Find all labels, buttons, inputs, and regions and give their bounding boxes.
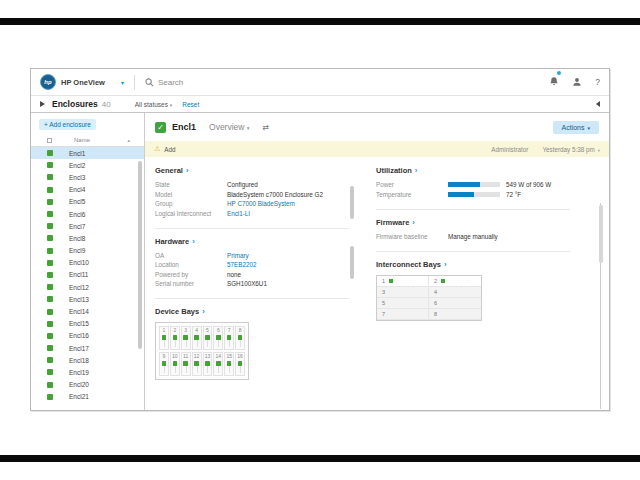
reset-link[interactable]: Reset (182, 101, 199, 108)
device-bay[interactable]: 2 (170, 326, 180, 350)
hardware-section: Hardware› OA Primary Location 57EB2202 (155, 228, 349, 288)
list-item[interactable]: Encl8 (31, 232, 144, 244)
list-item[interactable]: Encl1 (31, 147, 144, 159)
section-arrow-icon: › (415, 166, 418, 175)
activity-banner[interactable]: ⚠ Add Administrator Yesterday 5:38 pm▾ (145, 141, 609, 157)
chevron-down-icon[interactable]: ▾ (121, 79, 124, 86)
list-item[interactable]: Encl9 (31, 245, 144, 257)
bay-status-ok-icon (238, 361, 243, 366)
bay-number: 4 (434, 289, 437, 295)
main-scrollbar[interactable] (600, 203, 601, 409)
sidebar-scrollbar[interactable] (138, 161, 142, 349)
page-title: Enclosures (52, 99, 98, 109)
device-bay[interactable]: 7 (224, 326, 234, 350)
bay-number: 10 (172, 354, 178, 359)
device-bay[interactable]: 11 (181, 352, 191, 376)
device-bay[interactable]: 8 (235, 326, 245, 350)
actions-button[interactable]: Actions▾ (553, 121, 599, 134)
user-icon[interactable] (572, 73, 582, 91)
interconnect-bay[interactable]: 6 · · · · · (429, 298, 481, 309)
field-label: Serial number (155, 280, 227, 287)
interconnect-bay[interactable]: 5 · · · · · (377, 298, 429, 309)
task-time: Yesterday 5:38 pm▾ (542, 146, 600, 153)
enclosure-name: Encl12 (69, 284, 89, 291)
list-item[interactable]: Encl3 (31, 171, 144, 183)
list-item[interactable]: Encl17 (31, 342, 144, 354)
scroll-thumb[interactable] (350, 186, 354, 219)
list-item[interactable]: Encl21 (31, 391, 144, 403)
status-filter-dropdown[interactable]: All statuses ▾ (135, 101, 173, 108)
list-item[interactable]: Encl13 (31, 293, 144, 305)
bay-status-ok-icon (216, 361, 221, 366)
device-bays-heading[interactable]: Device Bays› (155, 307, 349, 316)
section-arrow-icon: › (192, 237, 195, 246)
interconnect-bay[interactable]: 2 · · · · · (429, 276, 481, 287)
top-bar: hp HP OneView ▾ Search (31, 69, 609, 96)
enclosure-name: Encl15 (69, 320, 89, 327)
list-item[interactable]: Encl6 (31, 208, 144, 220)
field-value: Encl1-LI (227, 210, 250, 217)
list-item[interactable]: Encl14 (31, 305, 144, 317)
interconnect-bay[interactable]: 7 · · · · · (377, 309, 429, 320)
hardware-heading[interactable]: Hardware› (155, 237, 349, 246)
search-input[interactable]: Search (145, 78, 183, 87)
list-item[interactable]: Encl2 (31, 159, 144, 171)
list-item[interactable]: Encl7 (31, 220, 144, 232)
menu-expander-icon[interactable] (40, 101, 45, 107)
interconnect-bay[interactable]: 1 · · · · · (377, 276, 429, 287)
utilization-heading[interactable]: Utilization› (376, 166, 570, 175)
view-selector-dropdown[interactable]: Overview ▾ (209, 122, 250, 132)
alert-badge (556, 70, 562, 76)
alerts-bell-icon[interactable] (549, 73, 559, 91)
list-item[interactable]: Encl11 (31, 269, 144, 281)
list-item[interactable]: Encl16 (31, 330, 144, 342)
list-item[interactable]: Encl12 (31, 281, 144, 293)
status-ok-icon (47, 345, 53, 351)
list-item[interactable]: Encl10 (31, 257, 144, 269)
collapse-panel-icon[interactable] (596, 101, 600, 107)
scroll-thumb[interactable] (350, 246, 354, 279)
list-item[interactable]: Encl15 (31, 318, 144, 330)
search-icon (145, 78, 154, 87)
device-bay[interactable]: 15 (224, 352, 234, 376)
interconnect-bay[interactable]: 3 · · · · · (377, 287, 429, 298)
field-value: Configured (227, 181, 258, 188)
relationships-icon[interactable]: ⇄ (263, 123, 270, 132)
device-bay[interactable]: 16 (235, 352, 245, 376)
interconnect-bays-heading[interactable]: Interconnect Bays› (376, 260, 570, 269)
list-header[interactable]: Name ▴ (31, 134, 144, 147)
help-icon[interactable]: ? (595, 77, 600, 87)
list-item[interactable]: Encl19 (31, 366, 144, 378)
field-value: BladeSystem c7000 Enclosure G2 (227, 191, 323, 198)
bay-number: 4 (195, 328, 198, 333)
device-bay[interactable]: 9 (159, 352, 169, 376)
add-enclosure-button[interactable]: + Add enclosure (39, 119, 96, 130)
firmware-heading[interactable]: Firmware› (376, 218, 570, 227)
interconnect-bay[interactable]: 4 · · · · · (429, 287, 481, 298)
list-item[interactable]: Encl18 (31, 354, 144, 366)
device-bay[interactable]: 12 (192, 352, 202, 376)
general-heading[interactable]: General› (155, 166, 349, 175)
bay-status-ok-icon (389, 279, 393, 283)
device-bay[interactable]: 5 (203, 326, 213, 350)
device-bay[interactable]: 13 (203, 352, 213, 376)
utilization-section: Utilization› Power 549 W of 906 W Temper… (376, 166, 570, 198)
interconnect-bay[interactable]: 8 · · · · · (429, 309, 481, 320)
device-bay[interactable]: 6 (213, 326, 223, 350)
device-bay[interactable]: 4 (192, 326, 202, 350)
bay-number: 2 (434, 278, 437, 284)
utilization-row: Power 549 W of 906 W (376, 181, 570, 188)
list-item[interactable]: Encl5 (31, 196, 144, 208)
device-bay[interactable]: 1 (159, 326, 169, 350)
app-window: hp HP OneView ▾ Search (30, 68, 610, 411)
enclosure-name: Encl18 (69, 357, 89, 364)
status-ok-icon (47, 296, 53, 302)
device-bay[interactable]: 14 (213, 352, 223, 376)
list-item[interactable]: Encl4 (31, 184, 144, 196)
list-item[interactable]: Encl20 (31, 379, 144, 391)
status-ok-icon (47, 272, 53, 278)
device-bay[interactable]: 3 (181, 326, 191, 350)
status-ok-icon (47, 260, 53, 266)
device-bay[interactable]: 10 (170, 352, 180, 376)
enclosure-name: Encl8 (69, 235, 85, 242)
